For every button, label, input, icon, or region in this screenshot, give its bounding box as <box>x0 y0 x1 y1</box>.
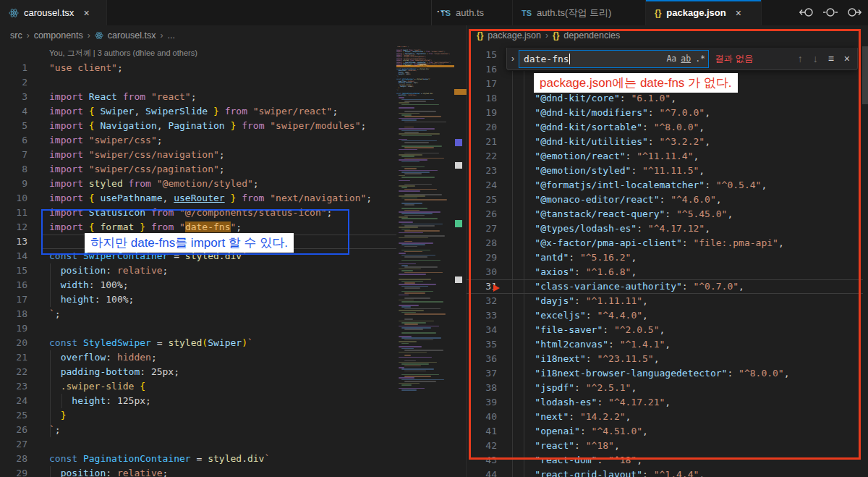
whole-word-icon[interactable]: ab <box>681 54 691 64</box>
tab-bar-empty-space <box>107 0 432 25</box>
code-token: } <box>61 410 67 421</box>
line-number: 19 <box>467 106 504 120</box>
code-token: ; <box>327 207 333 218</box>
code-line[interactable]: 43 "react-dom": "^18", <box>467 453 868 468</box>
code-line[interactable]: 30 "axios": "^1.6.8", <box>467 265 868 279</box>
code-token: height <box>61 294 95 305</box>
minimap-bar <box>399 321 434 322</box>
minimap-bar <box>399 190 420 192</box>
line-number: 9 <box>0 177 32 191</box>
find-in-selection-icon[interactable]: ≡ <box>828 53 834 64</box>
code-token: SwiperSlide <box>145 106 208 117</box>
code-line[interactable]: 29 "antd": "^5.16.2", <box>467 250 868 265</box>
code-line[interactable]: 23 "@emotion/styled": "^11.11.5", <box>467 164 868 178</box>
close-find-icon[interactable]: × <box>844 53 850 64</box>
minimap-line: position: relative; <box>396 95 454 96</box>
breadcrumb-item-symbol[interactable]: ... <box>167 30 174 41</box>
code-line[interactable]: 20 "@dnd-kit/sortable": "^8.0.0", <box>467 120 868 135</box>
close-icon[interactable]: × <box>83 7 89 19</box>
code-token <box>49 468 61 477</box>
tab-carousel-tsx[interactable]: carousel.tsx × <box>0 0 107 25</box>
toggle-replace-icon[interactable]: › <box>507 48 519 69</box>
code-token: , <box>660 324 665 335</box>
code-token <box>49 410 61 421</box>
code-line[interactable]: 28 "@x-factor/pma-api-client": "file:.pm… <box>467 236 868 250</box>
previous-match-icon[interactable]: ↑ <box>798 53 803 64</box>
previous-change-icon[interactable] <box>799 4 816 21</box>
code-token: "file-saver" <box>535 324 603 335</box>
code-line[interactable]: 33 "exceljs": "^4.4.0", <box>467 308 868 323</box>
code-line[interactable]: 21 "@dnd-kit/utilities": "^3.2.2", <box>467 135 868 149</box>
match-case-icon[interactable]: Aa <box>666 54 676 64</box>
tab-auth-ts-working-tree[interactable]: TS auth.ts(작업 트리) <box>513 0 646 25</box>
code-line[interactable]: 24 "@formatjs/intl-localematcher": "^0.5… <box>467 178 868 193</box>
next-change-icon[interactable] <box>845 4 862 21</box>
minimap-bar <box>399 237 428 239</box>
code-token: "axios" <box>535 266 574 277</box>
line-number: 43 <box>467 453 504 468</box>
code-line[interactable]: 34 "file-saver": "^2.0.5", <box>467 323 868 337</box>
code-token: import <box>49 106 89 117</box>
scrollbar-thumb[interactable] <box>862 46 868 104</box>
code-line[interactable]: 41 "openai": "^4.51.0", <box>467 424 868 439</box>
regex-icon[interactable]: .* <box>695 54 705 64</box>
code-line[interactable]: 26 "@tanstack/react-query": "^5.45.0", <box>467 207 868 221</box>
code-token: ; <box>253 178 259 189</box>
code-token: "^5.16.2" <box>580 252 631 263</box>
code-token <box>49 395 72 406</box>
code-token: import <box>49 193 89 203</box>
code-line[interactable]: 31 "class-variance-authority": "^0.7.0", <box>467 279 868 294</box>
close-icon[interactable]: × <box>736 7 741 19</box>
code-line[interactable]: 32 "dayjs": "^1.11.11", <box>467 294 868 308</box>
minimap[interactable]: "use client";import React from "react";i… <box>396 46 454 477</box>
code-token: PaginationContainer <box>83 453 191 464</box>
minimap-bar <box>401 255 435 256</box>
code-line[interactable]: 35 "html2canvas": "^1.4.1", <box>467 337 868 352</box>
line-text: "react-grid-layout": "^1.4.4", <box>504 468 705 477</box>
current-change-icon[interactable] <box>822 4 839 21</box>
minimap-bar <box>399 221 413 223</box>
code-line[interactable]: 22 "@emotion/react": "^11.11.4", <box>467 149 868 164</box>
breadcrumb-item-components[interactable]: components <box>34 30 83 41</box>
code-line[interactable]: 40 "next": "14.2.2", <box>467 410 868 424</box>
line-number: 10 <box>0 191 32 206</box>
code-line[interactable]: 27 "@types/lodash-es": "^4.17.12", <box>467 221 868 236</box>
line-text: import "swiper/css"; <box>32 133 163 148</box>
minimap-bar <box>401 224 443 225</box>
code-token: : <box>574 295 586 306</box>
right-code: 15161718 "@dnd-kit/core": "6.1.0",19 "@d… <box>467 48 868 477</box>
code-token: ` <box>264 453 270 464</box>
code-token: , <box>626 411 631 422</box>
breadcrumb-item-symbol[interactable]: dependencies <box>563 30 620 41</box>
code-line[interactable]: 19 "@dnd-kit/modifiers": "^7.0.0", <box>467 106 868 120</box>
codelens-authors[interactable]: You, 그저께 | 3 authors (dhlee and others) <box>49 48 197 59</box>
breadcrumb-item-file[interactable]: package.json <box>488 30 541 41</box>
code-line[interactable]: 18 "@dnd-kit/core": "6.1.0", <box>467 91 868 106</box>
next-match-icon[interactable]: ↓ <box>813 53 818 64</box>
code-line[interactable]: 25 "@monaco-editor/react": "^4.6.0", <box>467 193 868 207</box>
code-line[interactable]: 36 "i18next": "^23.11.5", <box>467 352 868 366</box>
line-number: 12 <box>0 220 32 235</box>
tab-package-json[interactable]: {} package.json × <box>646 0 762 25</box>
minimap-bar <box>401 177 435 178</box>
code-line[interactable]: 42 "react": "^18", <box>467 439 868 453</box>
code-token <box>512 339 535 350</box>
minimap-bar <box>399 185 415 187</box>
search-input[interactable]: date-fns Aa ab .* <box>519 50 709 68</box>
code-line[interactable]: 39 "lodash-es": "^4.17.21", <box>467 395 868 410</box>
minimap-bar <box>404 225 435 227</box>
code-line[interactable]: 44 "react-grid-layout": "^1.4.4", <box>467 468 868 477</box>
line-number: 42 <box>467 439 504 453</box>
code-token: from <box>236 120 270 131</box>
line-number: 35 <box>467 337 504 352</box>
line-number: 44 <box>467 468 504 477</box>
code-token: from <box>123 178 157 189</box>
code-line[interactable]: 38 "jspdf": "^2.5.1", <box>467 381 868 395</box>
overview-ruler[interactable] <box>454 46 467 477</box>
more-actions-icon[interactable]: ⋯ <box>436 4 449 18</box>
breadcrumb-item-src[interactable]: src <box>10 30 22 41</box>
code-line[interactable]: 37 "i18next-browser-languagedetector": "… <box>467 366 868 381</box>
minimap-bar <box>401 286 428 287</box>
code-token <box>512 136 535 147</box>
breadcrumb-item-file[interactable]: carousel.tsx <box>108 30 156 41</box>
